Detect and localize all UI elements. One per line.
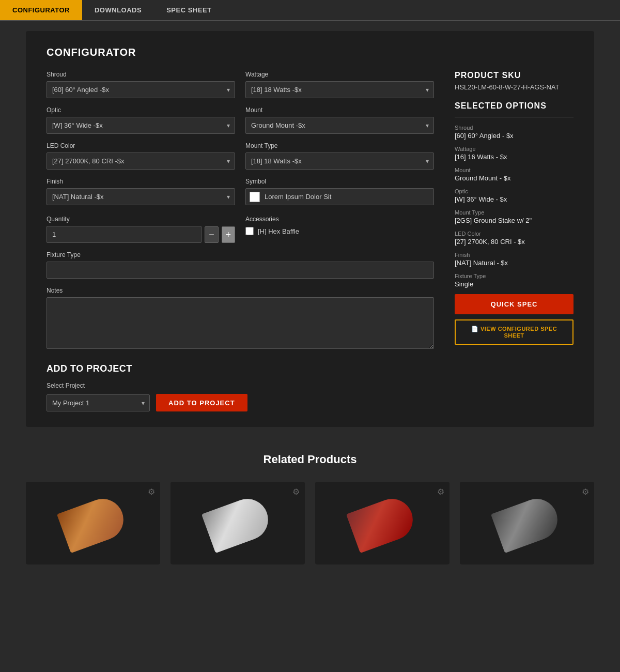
finish-select[interactable]: [NAT] Natural -$x (47, 188, 235, 205)
quantity-input[interactable] (47, 226, 202, 243)
form-grid-row1: Shroud [60] 60° Angled -$x Wattage [18] … (47, 71, 434, 205)
select-project-label: Select Project (47, 382, 85, 389)
option-led-color: LED Color [27] 2700K, 80 CRI - $x (455, 231, 574, 246)
tab-configurator[interactable]: CONFIGURATOR (0, 0, 82, 20)
wattage-select-wrapper: [18] 18 Watts -$x (245, 81, 434, 98)
product-image-2 (202, 493, 274, 553)
notes-textarea[interactable] (47, 297, 434, 349)
view-configured-spec-button[interactable]: 📄 VIEW CONFIGURED SPEC SHEET (455, 319, 574, 345)
shroud-label: Shroud (47, 71, 235, 78)
option-shroud-key: Shroud (455, 125, 574, 131)
doc-icon: 📄 (471, 326, 481, 332)
option-finish-key: Finish (455, 252, 574, 258)
fixture-type-input[interactable] (47, 262, 434, 279)
top-navigation: CONFIGURATOR DOWNLOADS SPEC SHEET (0, 0, 620, 21)
add-to-project-button[interactable]: ADD TO PROJECT (156, 394, 247, 411)
mount-select-wrapper: Ground Mount -$x (245, 117, 434, 134)
mount-select[interactable]: Ground Mount -$x (245, 117, 434, 134)
symbol-group: Symbol Lorem Ipsum Dolor Sit (245, 178, 434, 205)
option-led-color-val: [27] 2700K, 80 CRI - $x (455, 238, 574, 246)
option-wattage-key: Wattage (455, 146, 574, 152)
option-mount: Mount Ground Mount - $x (455, 167, 574, 182)
wattage-select[interactable]: [18] 18 Watts -$x (245, 81, 434, 98)
quantity-label: Quantity (47, 216, 235, 223)
selected-options-list: Shroud [60] 60° Angled - $x Wattage [16]… (455, 125, 574, 288)
mount-group: Mount Ground Mount -$x (245, 106, 434, 134)
optic-select-wrapper: [W] 36° Wide -$x (47, 117, 235, 134)
config-left: Shroud [60] 60° Angled -$x Wattage [18] … (47, 71, 434, 411)
add-to-project-row: My Project 1 ADD TO PROJECT (47, 394, 434, 411)
shroud-select-wrapper: [60] 60° Angled -$x (47, 81, 235, 98)
option-fixture-type-key: Fixture Type (455, 273, 574, 279)
product-sku-label: PRODUCT SKU (455, 71, 574, 80)
option-mount-type-val: [2GS] Ground Stake w/ 2" (455, 217, 574, 224)
related-products-grid: ⚙ ⚙ ⚙ ⚙ (26, 482, 594, 564)
led-color-group: LED Color [27] 27000K, 80 CRI -$x (47, 142, 235, 170)
finish-label: Finish (47, 178, 235, 185)
option-optic: Optic [W] 36° Wide - $x (455, 188, 574, 203)
tab-spec-sheet[interactable]: SPEC SHEET (154, 0, 224, 20)
qty-accessories-row: Quantity − + Accessories [H] Hex Baffle (47, 216, 434, 243)
symbol-select-wrapper: Lorem Ipsum Dolor Sit (245, 188, 434, 205)
option-fixture-type-val: Single (455, 280, 574, 288)
option-mount-key: Mount (455, 167, 574, 173)
option-mount-type-key: Mount Type (455, 209, 574, 216)
quantity-minus-button[interactable]: − (205, 226, 218, 243)
configurator-title: CONFIGURATOR (47, 47, 574, 58)
hex-baffle-checkbox[interactable] (245, 227, 254, 235)
optic-group: Optic [W] 36° Wide -$x (47, 106, 235, 134)
related-product-2[interactable]: ⚙ (171, 482, 305, 564)
options-divider (455, 117, 574, 117)
project-select[interactable]: My Project 1 (47, 394, 150, 411)
mount-label: Mount (245, 106, 434, 114)
accessories-group: Accessories [H] Hex Baffle (245, 216, 434, 243)
shroud-group: Shroud [60] 60° Angled -$x (47, 71, 235, 98)
mount-type-group: Mount Type [18] 18 Watts -$x (245, 142, 434, 170)
configurator-card: CONFIGURATOR Shroud [60] 60° Angled -$x … (26, 31, 594, 427)
led-color-select[interactable]: [27] 27000K, 80 CRI -$x (47, 152, 235, 170)
product-sku-section: PRODUCT SKU HSL20-LM-60-8-W-27-H-AGS-NAT (455, 71, 574, 91)
mount-type-select[interactable]: [18] 18 Watts -$x (245, 152, 434, 170)
notes-label: Notes (47, 287, 434, 294)
related-product-4[interactable]: ⚙ (460, 482, 594, 564)
option-fixture-type: Fixture Type Single (455, 273, 574, 288)
option-shroud: Shroud [60] 60° Angled - $x (455, 125, 574, 140)
shroud-select[interactable]: [60] 60° Angled -$x (47, 81, 235, 98)
hex-baffle-label: [H] Hex Baffle (258, 227, 299, 235)
mount-type-select-wrapper: [18] 18 Watts -$x (245, 152, 434, 170)
notes-group: Notes (47, 287, 434, 351)
gear-icon-1: ⚙ (148, 487, 155, 497)
hex-baffle-row: [H] Hex Baffle (245, 227, 434, 235)
finish-group: Finish [NAT] Natural -$x (47, 178, 235, 205)
wattage-group: Wattage [18] 18 Watts -$x (245, 71, 434, 98)
option-mount-type: Mount Type [2GS] Ground Stake w/ 2" (455, 209, 574, 224)
related-product-3[interactable]: ⚙ (315, 482, 450, 564)
optic-label: Optic (47, 106, 235, 114)
option-finish: Finish [NAT] Natural - $x (455, 252, 574, 267)
mount-type-label: Mount Type (245, 142, 434, 149)
related-product-1[interactable]: ⚙ (26, 482, 160, 564)
optic-select[interactable]: [W] 36° Wide -$x (47, 117, 235, 134)
product-image-1 (57, 493, 129, 553)
config-layout: Shroud [60] 60° Angled -$x Wattage [18] … (47, 71, 574, 411)
gear-icon-4: ⚙ (582, 487, 589, 497)
quick-spec-button[interactable]: QUICK SPEC (455, 294, 574, 314)
product-image-3 (346, 493, 419, 553)
select-project-label-wrapper: Select Project (47, 380, 434, 390)
view-spec-label: VIEW CONFIGURED SPEC SHEET (481, 326, 557, 339)
gear-icon-3: ⚙ (437, 487, 444, 497)
option-optic-key: Optic (455, 188, 574, 194)
quantity-plus-button[interactable]: + (222, 226, 235, 243)
accessories-label: Accessories (245, 216, 434, 223)
tab-downloads[interactable]: DOWNLOADS (82, 0, 154, 20)
gear-icon-2: ⚙ (292, 487, 300, 497)
symbol-select[interactable]: Lorem Ipsum Dolor Sit (245, 188, 434, 205)
fixture-type-group: Fixture Type (47, 251, 434, 279)
option-optic-val: [W] 36° Wide - $x (455, 195, 574, 203)
product-sku-value: HSL20-LM-60-8-W-27-H-AGS-NAT (455, 83, 574, 91)
wattage-label: Wattage (245, 71, 434, 78)
quantity-group: Quantity − + (47, 216, 235, 243)
option-shroud-val: [60] 60° Angled - $x (455, 132, 574, 140)
option-finish-val: [NAT] Natural - $x (455, 259, 574, 267)
symbol-label: Symbol (245, 178, 434, 185)
